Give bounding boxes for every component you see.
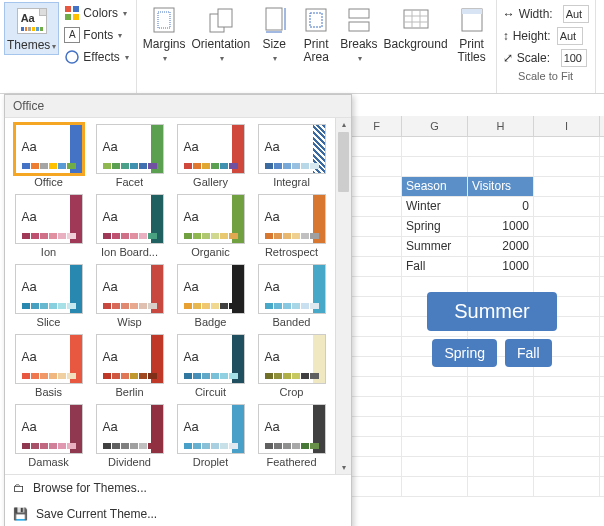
cell[interactable]: [352, 437, 402, 456]
cell[interactable]: [352, 297, 402, 316]
scale-input[interactable]: [561, 49, 587, 67]
cell[interactable]: 1000: [468, 257, 534, 276]
cell[interactable]: [352, 237, 402, 256]
cell[interactable]: [352, 417, 402, 436]
theme-berlin[interactable]: AaBerlin: [90, 332, 169, 400]
cell[interactable]: [468, 417, 534, 436]
height-input[interactable]: [557, 27, 583, 45]
cell[interactable]: [352, 317, 402, 336]
cell[interactable]: [534, 397, 600, 416]
cell[interactable]: [402, 417, 468, 436]
cell[interactable]: [534, 137, 600, 156]
col-header[interactable]: F: [352, 116, 402, 136]
cell[interactable]: [402, 377, 468, 396]
cell[interactable]: Spring: [402, 217, 468, 236]
cell[interactable]: [352, 337, 402, 356]
cell[interactable]: [534, 477, 600, 496]
cell[interactable]: [352, 157, 402, 176]
cell[interactable]: [352, 217, 402, 236]
cell[interactable]: [352, 137, 402, 156]
cell[interactable]: [468, 377, 534, 396]
cell[interactable]: [402, 457, 468, 476]
cell[interactable]: [468, 157, 534, 176]
save-theme[interactable]: 💾Save Current Theme...: [5, 501, 351, 526]
cell[interactable]: [352, 197, 402, 216]
theme-wisp[interactable]: AaWisp: [90, 262, 169, 330]
cell[interactable]: [352, 277, 402, 296]
orientation-button[interactable]: Orientation▾: [190, 2, 253, 66]
theme-damask[interactable]: AaDamask: [9, 402, 88, 470]
theme-office[interactable]: AaOffice: [9, 122, 88, 190]
cell[interactable]: Visitors: [468, 177, 534, 196]
smartart-node-a[interactable]: Spring: [432, 339, 496, 367]
cell[interactable]: [534, 177, 600, 196]
cell[interactable]: [468, 437, 534, 456]
cell[interactable]: [534, 437, 600, 456]
themes-button[interactable]: Aa Themes▾: [4, 2, 59, 55]
cell[interactable]: [534, 157, 600, 176]
size-button[interactable]: Size▾: [254, 2, 294, 66]
cell[interactable]: Summer: [402, 237, 468, 256]
printtitles-button[interactable]: Print Titles: [452, 2, 492, 66]
cell[interactable]: [402, 437, 468, 456]
cell[interactable]: [534, 197, 600, 216]
cell[interactable]: [534, 457, 600, 476]
cell[interactable]: [468, 137, 534, 156]
theme-ion[interactable]: AaIon: [9, 192, 88, 260]
cell[interactable]: [534, 217, 600, 236]
theme-dividend[interactable]: AaDividend: [90, 402, 169, 470]
cell[interactable]: [402, 157, 468, 176]
cell[interactable]: [352, 397, 402, 416]
theme-integral[interactable]: AaIntegral: [252, 122, 331, 190]
gallery-scrollbar[interactable]: ▴▾: [335, 118, 351, 474]
cell[interactable]: [352, 257, 402, 276]
smartart-node-big[interactable]: Summer: [427, 292, 557, 331]
margins-button[interactable]: Margins▾: [141, 2, 188, 66]
cell[interactable]: Fall: [402, 257, 468, 276]
smartart-node-b[interactable]: Fall: [505, 339, 552, 367]
col-header[interactable]: G: [402, 116, 468, 136]
cell[interactable]: 2000: [468, 237, 534, 256]
printarea-button[interactable]: Print Area: [296, 2, 336, 66]
cell[interactable]: 0: [468, 197, 534, 216]
col-header[interactable]: I: [534, 116, 600, 136]
cell[interactable]: [534, 257, 600, 276]
cell[interactable]: Season: [402, 177, 468, 196]
col-header[interactable]: H: [468, 116, 534, 136]
cell[interactable]: [352, 457, 402, 476]
cell[interactable]: [534, 237, 600, 256]
cell[interactable]: [468, 457, 534, 476]
theme-basis[interactable]: AaBasis: [9, 332, 88, 400]
smartart[interactable]: Summer Spring Fall: [412, 292, 572, 367]
theme-organic[interactable]: AaOrganic: [171, 192, 250, 260]
cell[interactable]: [468, 397, 534, 416]
cell[interactable]: [534, 377, 600, 396]
cell[interactable]: [352, 477, 402, 496]
cell[interactable]: Winter: [402, 197, 468, 216]
theme-slice[interactable]: AaSlice: [9, 262, 88, 330]
theme-ionboard[interactable]: AaIon Board...: [90, 192, 169, 260]
cell[interactable]: [352, 357, 402, 376]
cell[interactable]: [468, 477, 534, 496]
theme-badge[interactable]: AaBadge: [171, 262, 250, 330]
fonts-button[interactable]: AFonts▾: [61, 24, 131, 46]
theme-droplet[interactable]: AaDroplet: [171, 402, 250, 470]
browse-themes[interactable]: 🗀Browse for Themes...: [5, 475, 351, 501]
theme-crop[interactable]: AaCrop: [252, 332, 331, 400]
cell[interactable]: [402, 477, 468, 496]
breaks-button[interactable]: Breaks▾: [338, 2, 379, 66]
theme-facet[interactable]: AaFacet: [90, 122, 169, 190]
cell[interactable]: [402, 397, 468, 416]
width-input[interactable]: [563, 5, 589, 23]
effects-button[interactable]: Effects▾: [61, 46, 131, 68]
cell[interactable]: [402, 137, 468, 156]
cell[interactable]: [534, 417, 600, 436]
cell[interactable]: 1000: [468, 217, 534, 236]
theme-circuit[interactable]: AaCircuit: [171, 332, 250, 400]
background-button[interactable]: Background: [382, 2, 450, 53]
colors-button[interactable]: Colors▾: [61, 2, 131, 24]
cell[interactable]: [352, 377, 402, 396]
cell[interactable]: [352, 177, 402, 196]
theme-retrospect[interactable]: AaRetrospect: [252, 192, 331, 260]
theme-banded[interactable]: AaBanded: [252, 262, 331, 330]
